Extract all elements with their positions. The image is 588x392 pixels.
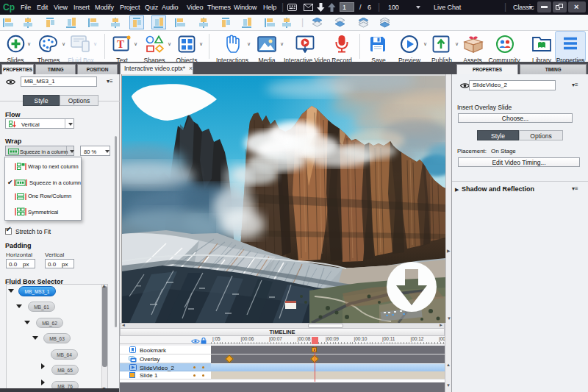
svg-text:T: T xyxy=(117,38,124,50)
